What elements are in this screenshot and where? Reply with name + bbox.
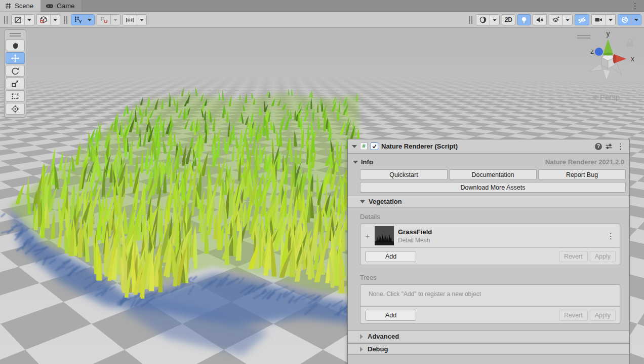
overlay-drag-handle-3[interactable] (469, 16, 472, 24)
gamepad-icon (46, 3, 54, 9)
gizmos-control[interactable] (618, 14, 641, 25)
csharp-script-icon: # (360, 142, 368, 150)
trees-apply-button[interactable]: Apply (590, 310, 616, 321)
speaker-muted-icon (536, 16, 544, 23)
measure-caret (137, 15, 146, 25)
grid-snap-caret (110, 15, 120, 25)
view-hand-tool[interactable] (6, 40, 25, 51)
info-foldout[interactable]: Info Nature Renderer 2021.2.0 (348, 154, 629, 166)
rect-icon (11, 92, 20, 101)
axis-neg-x-cone (589, 63, 602, 71)
transform-tool[interactable] (6, 103, 25, 115)
trees-revert-button[interactable]: Revert (559, 310, 588, 321)
documentation-button[interactable]: Documentation (449, 169, 537, 180)
grid-visibility-icon: Y (71, 15, 85, 25)
detail-item-kebab-icon[interactable]: ⋮ (607, 232, 615, 240)
scene-visibility-button[interactable] (575, 14, 589, 25)
component-header[interactable]: # Nature Renderer (Script) ? ⋮ (348, 139, 629, 154)
component-enabled-checkbox[interactable] (371, 142, 378, 150)
scene-picking-dropdown[interactable] (36, 14, 60, 25)
details-add-button[interactable]: Add (366, 251, 416, 262)
rotate-tool[interactable] (6, 65, 25, 77)
tools-overlay (4, 29, 26, 118)
measure-control[interactable] (123, 14, 147, 25)
inspector-panel: # Nature Renderer (Script) ? ⋮ Info Natu… (347, 139, 630, 364)
download-more-assets-button[interactable]: Download More Assets (360, 182, 626, 193)
info-buttons: Quickstart Documentation Report Bug (360, 169, 626, 180)
detail-list-item[interactable]: + GrassField Detail Mesh ⋮ (360, 224, 620, 248)
scene-toolbar: Y 2D (0, 12, 644, 28)
draw-mode-icon (12, 15, 24, 25)
details-revert-button[interactable]: Revert (559, 251, 588, 262)
axis-x-cone (614, 54, 626, 63)
advanced-foldout-icon[interactable] (360, 334, 363, 339)
projection-label: Persp (600, 93, 620, 101)
scene-lighting-button[interactable] (517, 14, 531, 25)
shading-mode-caret (490, 15, 499, 25)
scene-picking-caret (50, 15, 60, 25)
shading-mode-dropdown[interactable] (476, 14, 500, 25)
details-list: + GrassField Detail Mesh ⋮ Add (360, 224, 620, 265)
tabbar-spacer (82, 0, 626, 12)
presets-icon[interactable] (605, 143, 613, 150)
tab-scene[interactable]: Scene (0, 0, 41, 12)
help-icon[interactable]: ? (595, 143, 602, 150)
debug-foldout-icon[interactable] (360, 347, 363, 352)
draw-mode-caret (24, 15, 34, 25)
scale-tool[interactable] (6, 78, 25, 89)
grid-visibility-control[interactable]: Y (71, 14, 95, 25)
2d-toggle-button[interactable]: 2D (502, 14, 515, 25)
axis-x-label: x (631, 55, 634, 63)
scale-icon (11, 79, 20, 88)
draw-mode-dropdown[interactable] (11, 14, 34, 25)
vegetation-foldout-icon[interactable] (360, 200, 365, 203)
details-label: Details (360, 213, 620, 221)
unity-editor-window: Scene Game ⋮ Y (0, 0, 644, 364)
scene-viewport[interactable]: y x z Persp # Nature Renderer (Script) ? (0, 28, 644, 364)
rect-tool[interactable] (6, 90, 25, 102)
advanced-foldout[interactable]: Advanced (348, 331, 629, 342)
drag-plus-handle[interactable]: + (365, 232, 371, 240)
move-tool[interactable] (6, 52, 25, 64)
orientation-gizmo[interactable]: y x z Persp (576, 30, 642, 106)
quickstart-button[interactable]: Quickstart (360, 169, 448, 180)
component-title: Nature Renderer (Script) (381, 142, 592, 150)
component-foldout-icon[interactable] (352, 145, 357, 148)
scene-view-controls: 2D (467, 14, 641, 25)
tabbar-kebab-menu-icon[interactable]: ⋮ (626, 0, 644, 12)
report-bug-button[interactable]: Report Bug (538, 169, 626, 180)
camera-caret (606, 15, 615, 25)
move-icon (11, 54, 20, 63)
effects-dropdown[interactable] (549, 14, 573, 25)
component-kebab-menu-icon[interactable]: ⋮ (616, 142, 625, 150)
axis-y-label: y (607, 30, 610, 38)
tab-game[interactable]: Game (41, 0, 82, 12)
details-apply-button[interactable]: Apply (590, 251, 616, 262)
debug-foldout[interactable]: Debug (348, 343, 629, 355)
eye-slash-icon (578, 16, 586, 24)
grass-thumbnail (375, 226, 394, 245)
tools-overlay-handle[interactable] (10, 33, 21, 37)
trees-add-button[interactable]: Add (366, 310, 416, 321)
lightbulb-icon (520, 16, 528, 24)
vegetation-foldout[interactable]: Vegetation (348, 196, 629, 207)
axis-z-label: z (590, 47, 594, 55)
camera-dropdown[interactable] (591, 14, 616, 25)
axis-z-ball (595, 48, 603, 56)
info-foldout-icon[interactable] (353, 161, 358, 164)
trees-footer: Add Revert Apply (360, 307, 620, 323)
detail-item-type: Detail Mesh (398, 237, 603, 244)
details-footer: Add Revert Apply (360, 248, 620, 265)
gizmo-overlay-handle (577, 35, 590, 39)
grid-snap-control[interactable] (97, 14, 120, 25)
lock-icon (627, 39, 633, 47)
overlay-drag-handle-2[interactable] (64, 16, 67, 24)
audio-mute-button[interactable] (533, 14, 547, 25)
axis-y-cone-base (603, 53, 613, 56)
overlay-drag-handle[interactable] (4, 16, 8, 24)
version-label: Nature Renderer 2021.2.0 (545, 158, 624, 166)
gizmos-caret (631, 15, 641, 25)
component-body: Info Nature Renderer 2021.2.0 Quickstart… (348, 154, 629, 357)
trees-label: Trees (360, 274, 620, 281)
transform-icon (11, 104, 20, 114)
